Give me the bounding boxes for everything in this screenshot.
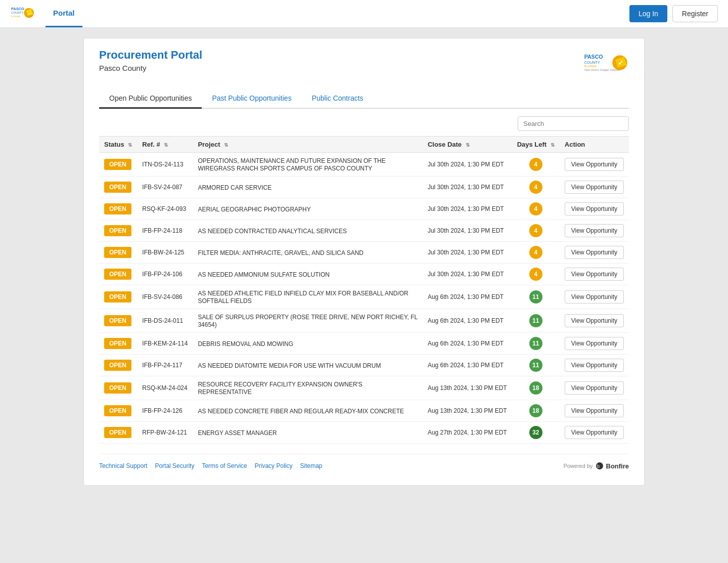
table-row: OPEN RFP-BW-24-121 ENERGY ASSET MANAGER …: [99, 422, 629, 444]
register-button[interactable]: Register: [672, 5, 718, 22]
table-row: OPEN IFB-DS-24-011 SALE OF SURPLUS PROPE…: [99, 309, 629, 333]
row-status: OPEN: [99, 285, 137, 309]
row-close-date: Jul 30th 2024, 1:30 PM EDT: [423, 264, 512, 285]
row-days-left: 4: [512, 198, 560, 220]
col-status[interactable]: Status ⇅: [99, 137, 137, 153]
view-opportunity-button[interactable]: View Opportunity: [565, 359, 624, 372]
row-project: AS NEEDED DIATOMITE MEDIA FOR USE WITH V…: [193, 355, 423, 376]
table-row: OPEN IFB-SV-24-086 AS NEEDED ATHLETIC FI…: [99, 285, 629, 309]
row-project: AS NEEDED CONTRACTED ANALYTICAL SERVICES: [193, 220, 423, 242]
status-badge: OPEN: [104, 182, 131, 193]
table-row: OPEN IFB-KEM-24-114 DEBRIS REMOVAL AND M…: [99, 333, 629, 355]
row-project: RESOURCE RECOVERY FACILITY EXPANSION OWN…: [193, 376, 423, 400]
opportunities-table: Status ⇅ Ref. # ⇅ Project ⇅ Close Date ⇅…: [99, 136, 629, 444]
row-status: OPEN: [99, 376, 137, 400]
pasco-logo-icon: PASCO COUNTY FLORIDA ✓: [10, 3, 35, 25]
view-opportunity-button[interactable]: View Opportunity: [565, 268, 624, 281]
row-ref: RFP-BW-24-121: [137, 422, 193, 444]
view-opportunity-button[interactable]: View Opportunity: [565, 224, 624, 237]
view-opportunity-button[interactable]: View Opportunity: [565, 337, 624, 350]
view-opportunity-button[interactable]: View Opportunity: [565, 246, 624, 259]
table-row: OPEN IFB-FP-24-117 AS NEEDED DIATOMITE M…: [99, 355, 629, 376]
status-badge: OPEN: [104, 203, 131, 214]
pasco-logo-large-icon: PASCO COUNTY FLORIDA Open Source. Engage…: [583, 49, 629, 79]
status-badge: OPEN: [104, 225, 131, 236]
row-status: OPEN: [99, 153, 137, 177]
view-opportunity-button[interactable]: View Opportunity: [565, 404, 624, 417]
view-opportunity-button[interactable]: View Opportunity: [565, 202, 624, 215]
row-close-date: Aug 6th 2024, 1:30 PM EDT: [423, 355, 512, 376]
view-opportunity-button[interactable]: View Opportunity: [565, 290, 624, 304]
row-project: OPERATIONS, MAINTENANCE AND FUTURE EXPAN…: [193, 153, 423, 177]
sort-date-icon: ⇅: [466, 142, 470, 148]
row-action: View Opportunity: [560, 376, 629, 400]
portal-header: Procurement Portal Pasco County PASCO CO…: [99, 49, 629, 79]
row-days-left: 32: [512, 422, 560, 444]
row-status: OPEN: [99, 264, 137, 285]
row-close-date: Aug 27th 2024, 1:30 PM EDT: [423, 422, 512, 444]
col-close-date[interactable]: Close Date ⇅: [423, 137, 512, 153]
row-close-date: Jul 30th 2024, 1:30 PM EDT: [423, 242, 512, 264]
row-project: ARMORED CAR SERVICE: [193, 177, 423, 198]
sort-ref-icon: ⇅: [164, 142, 168, 148]
search-bar: [99, 116, 629, 131]
row-status: OPEN: [99, 400, 137, 422]
row-close-date: Jul 30th 2024, 1:30 PM EDT: [423, 198, 512, 220]
nav-actions: Log In Register: [629, 5, 718, 22]
tab-past-opportunities[interactable]: Past Public Opportunities: [202, 89, 301, 109]
view-opportunity-button[interactable]: View Opportunity: [565, 181, 624, 194]
portal-subtitle: Pasco County: [99, 64, 202, 72]
row-close-date: Jul 30th 2024, 1:30 PM EDT: [423, 220, 512, 242]
search-input[interactable]: [518, 116, 629, 131]
row-action: View Opportunity: [560, 285, 629, 309]
col-days-left[interactable]: Days Left ⇅: [512, 137, 560, 153]
powered-by: Powered by b Bonfire: [563, 462, 629, 470]
footer-link[interactable]: Terms of Service: [202, 462, 247, 469]
row-action: View Opportunity: [560, 422, 629, 444]
row-project: FILTER MEDIA: ANTHRACITE, GRAVEL, AND SI…: [193, 242, 423, 264]
table-row: OPEN RSQ-KM-24-024 RESOURCE RECOVERY FAC…: [99, 376, 629, 400]
footer-link[interactable]: Portal Security: [155, 462, 194, 469]
tab-open-opportunities[interactable]: Open Public Opportunities: [99, 89, 202, 109]
login-button[interactable]: Log In: [629, 5, 667, 22]
row-days-left: 4: [512, 177, 560, 198]
row-status: OPEN: [99, 422, 137, 444]
nav-portal[interactable]: Portal: [46, 0, 82, 27]
row-ref: IFB-SV-24-086: [137, 285, 193, 309]
row-action: View Opportunity: [560, 400, 629, 422]
svg-text:PASCO: PASCO: [584, 54, 603, 60]
view-opportunity-button[interactable]: View Opportunity: [565, 314, 624, 327]
table-row: OPEN IFB-FP-24-126 AS NEEDED CONCRETE FI…: [99, 400, 629, 422]
status-badge: OPEN: [104, 360, 131, 371]
col-ref[interactable]: Ref. # ⇅: [137, 137, 193, 153]
table-row: OPEN IFB-SV-24-087 ARMORED CAR SERVICE J…: [99, 177, 629, 198]
status-badge: OPEN: [104, 382, 131, 394]
row-project: AS NEEDED ATHLETIC FIELD INFIELD CLAY MI…: [193, 285, 423, 309]
svg-text:FLORIDA: FLORIDA: [584, 65, 597, 68]
sort-project-icon: ⇅: [224, 142, 228, 148]
nav-links: Portal: [46, 0, 82, 27]
row-project: DEBRIS REMOVAL AND MOWING: [193, 333, 423, 355]
status-badge: OPEN: [104, 315, 131, 326]
row-action: View Opportunity: [560, 198, 629, 220]
row-ref: IFB-BW-24-125: [137, 242, 193, 264]
row-action: View Opportunity: [560, 355, 629, 376]
footer-link[interactable]: Privacy Policy: [255, 462, 293, 469]
view-opportunity-button[interactable]: View Opportunity: [565, 426, 624, 439]
status-badge: OPEN: [104, 159, 131, 170]
row-status: OPEN: [99, 198, 137, 220]
table-row: OPEN IFB-FP-24-106 AS NEEDED AMMONIUM SU…: [99, 264, 629, 285]
row-action: View Opportunity: [560, 153, 629, 177]
footer-link[interactable]: Sitemap: [300, 462, 322, 469]
view-opportunity-button[interactable]: View Opportunity: [565, 158, 624, 171]
status-badge: OPEN: [104, 427, 131, 438]
svg-text:PASCO: PASCO: [11, 6, 24, 11]
tab-public-contracts[interactable]: Public Contracts: [302, 89, 374, 109]
footer-link[interactable]: Technical Support: [99, 462, 147, 469]
row-ref: IFB-FP-24-126: [137, 400, 193, 422]
row-days-left: 11: [512, 309, 560, 333]
col-project[interactable]: Project ⇅: [193, 137, 423, 153]
row-ref: ITN-DS-24-113: [137, 153, 193, 177]
table-row: OPEN IFB-FP-24-118 AS NEEDED CONTRACTED …: [99, 220, 629, 242]
view-opportunity-button[interactable]: View Opportunity: [565, 381, 624, 395]
